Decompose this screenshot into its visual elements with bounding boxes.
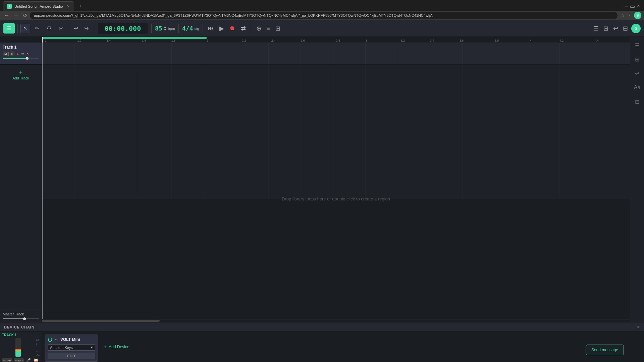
- level-label-6: 6: [36, 342, 40, 345]
- playhead-indicator: [42, 37, 43, 43]
- extra-tool-1[interactable]: ⊕: [255, 23, 263, 34]
- ruler-mark: 4.4: [595, 39, 599, 42]
- win-controls: – ▭ ×: [625, 3, 641, 9]
- mixer-level-meter: [15, 338, 21, 357]
- pencil-tool-btn[interactable]: ✏: [32, 24, 42, 33]
- skip-back-btn[interactable]: ⏮: [206, 23, 216, 33]
- menu-button[interactable]: ☰: [3, 23, 15, 34]
- mixer-drum-btn[interactable]: 🥁: [33, 358, 39, 362]
- ruler-mark: 3: [365, 39, 367, 42]
- tool-separator-2: [69, 24, 69, 33]
- time-value: 00:00.000: [105, 24, 141, 33]
- scissors-tool-btn[interactable]: ✂: [56, 24, 66, 33]
- tab-close-btn[interactable]: ×: [67, 4, 69, 9]
- app: ☰ ↖ ✏ ⏱ ✂ ↩ ↪ 00:00.000 85 ▲ ▼ bpm: [0, 20, 644, 362]
- sig-num: 4: [182, 25, 186, 32]
- track-1-lane[interactable]: [42, 43, 630, 65]
- mixer-mute-btn[interactable]: MUTE: [2, 358, 12, 362]
- right-panel-icon-1[interactable]: ☰: [632, 40, 643, 51]
- mixer-solo-btn[interactable]: SOLO: [14, 358, 24, 362]
- level-label-n6: -6: [36, 350, 40, 353]
- ruler-mark: 2: [207, 39, 208, 42]
- right-panel-btn-3[interactable]: ↩: [612, 23, 620, 34]
- active-tab[interactable]: A Untitled Song - Amped Studio ×: [3, 1, 74, 11]
- tool-separator-4: [151, 24, 152, 33]
- bottom-panel-close-btn[interactable]: ×: [637, 324, 640, 330]
- menu-icon[interactable]: ⋮: [627, 13, 631, 18]
- loop-btn[interactable]: ⇄: [239, 23, 248, 34]
- h-scrollbar-thumb[interactable]: [42, 320, 160, 322]
- time-sig-group: 4/4 sig: [182, 25, 199, 32]
- right-panel-icon-2[interactable]: ⊞: [632, 54, 643, 65]
- time-sig-value[interactable]: 4/4: [182, 25, 193, 32]
- bottom-panel-title: DEVICE CHAIN: [4, 325, 35, 329]
- device-power-btn[interactable]: ⏻: [48, 337, 52, 342]
- device-item-1[interactable]: ⏻ ↔ VOLT Mini Ambient Keys ▾ EDIT: [45, 335, 98, 362]
- ruler-mark: 2.6: [301, 39, 305, 42]
- master-volume-slider[interactable]: [3, 318, 39, 319]
- device-preset-name: Ambient Keys: [50, 346, 73, 350]
- track-item-1[interactable]: Track 1 M S ● ≋ ∿: [0, 43, 42, 65]
- url-bar[interactable]: [30, 12, 618, 19]
- arrange-area: 1 1.2 1.4 1.6 1.8 2 2.2 2.4 2.6 2.8 3 3.…: [42, 37, 630, 322]
- sig-label: sig: [195, 26, 199, 31]
- redo-btn[interactable]: ↪: [82, 24, 91, 33]
- level-label-12: 12: [36, 338, 40, 341]
- star-icon[interactable]: ☆: [621, 13, 625, 18]
- track-1-volume-slider[interactable]: [3, 58, 39, 59]
- add-device-btn[interactable]: + Add Device: [101, 341, 132, 353]
- right-panel-icon-4[interactable]: Aa: [632, 82, 643, 93]
- add-track-btn[interactable]: + Add Track: [0, 65, 42, 85]
- win-close[interactable]: ×: [637, 3, 640, 9]
- track-1-mute-btn[interactable]: M: [3, 52, 9, 56]
- h-scrollbar[interactable]: [42, 319, 630, 322]
- new-tab-btn[interactable]: +: [75, 2, 85, 10]
- ruler-mark: 3.8: [495, 39, 499, 42]
- extra-tool-2[interactable]: ≡: [265, 23, 272, 33]
- undo-btn[interactable]: ↩: [72, 24, 80, 33]
- mixer-controls-row: 12 6 0 -6 -24: [2, 338, 40, 357]
- track-list: Track 1 M S ● ≋ ∿ + Ad: [0, 37, 42, 322]
- right-panel-icon-3[interactable]: ↩: [632, 68, 643, 79]
- user-avatar[interactable]: S: [634, 12, 641, 19]
- right-panel-btn-4[interactable]: ⊟: [622, 23, 629, 34]
- mixer-rec-arm-btn[interactable]: 🎤: [25, 358, 32, 362]
- ruler-mark: 1: [45, 39, 47, 42]
- right-panel-icon-5[interactable]: ⊟: [632, 96, 643, 107]
- track-1-volume-thumb: [26, 57, 29, 60]
- bpm-value[interactable]: 85: [155, 25, 162, 32]
- extra-tool-3[interactable]: ⊞: [274, 23, 282, 34]
- win-restore[interactable]: ▭: [630, 3, 635, 9]
- select-tool-btn[interactable]: ↖: [20, 24, 30, 33]
- clock-tool-btn[interactable]: ⏱: [44, 24, 54, 33]
- tab-bar: A Untitled Song - Amped Studio × + – ▭ ×: [0, 0, 644, 11]
- bpm-group: 85 ▲ ▼ bpm: [155, 25, 175, 32]
- empty-arrange-area[interactable]: Drop library loops here or double click …: [42, 65, 630, 199]
- device-preset-selector[interactable]: Ambient Keys ▾: [48, 344, 95, 351]
- right-panel-btn-1[interactable]: ☰: [592, 23, 600, 34]
- user-avatar-app[interactable]: S: [631, 24, 641, 33]
- send-message-btn[interactable]: Send message: [586, 345, 624, 355]
- device-chain-area: ⏻ ↔ VOLT Mini Ambient Keys ▾ EDIT + Add …: [42, 332, 644, 362]
- track-1-auto-btn[interactable]: ∿: [26, 52, 30, 56]
- ruler-mark: 2.2: [242, 39, 246, 42]
- nav-back-btn[interactable]: ←: [3, 12, 11, 18]
- loop-bar[interactable]: [42, 37, 207, 39]
- play-btn[interactable]: ▶: [218, 23, 226, 34]
- device-edit-btn[interactable]: EDIT: [48, 353, 95, 359]
- ruler-mark: 2.8: [336, 39, 340, 42]
- level-label-0: 0: [36, 346, 40, 349]
- bpm-down-btn[interactable]: ▼: [164, 28, 167, 32]
- sig-den: 4: [190, 25, 193, 32]
- bottom-panel: DEVICE CHAIN × TRACK 1 12: [0, 322, 644, 362]
- device-name: VOLT Mini: [60, 337, 80, 342]
- record-btn[interactable]: ⏺: [228, 23, 237, 33]
- nav-refresh-btn[interactable]: ↺: [21, 12, 29, 19]
- track-1-eq-btn[interactable]: ≋: [20, 52, 25, 56]
- tool-separator-1: [17, 24, 18, 33]
- right-panel-btn-2[interactable]: ⊞: [602, 23, 610, 34]
- track-1-solo-btn[interactable]: S: [10, 52, 15, 56]
- nav-forward-btn[interactable]: →: [12, 12, 20, 18]
- track-1-rec-btn[interactable]: ●: [16, 52, 20, 56]
- win-minimize[interactable]: –: [625, 3, 628, 9]
